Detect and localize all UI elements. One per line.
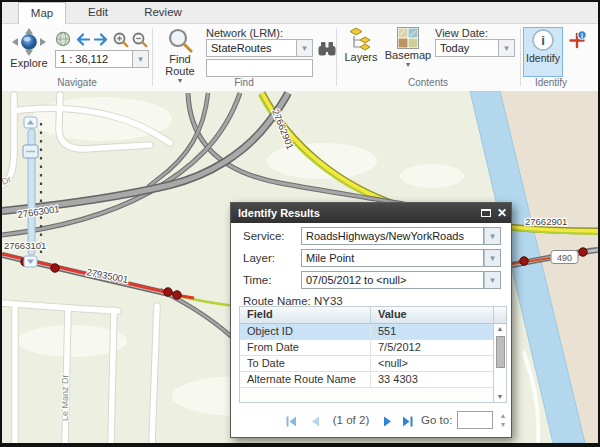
time-combobox[interactable]: 07/05/2012 to <null> ▾: [301, 271, 501, 289]
previous-page-icon[interactable]: [309, 415, 322, 428]
dialog-title-bar[interactable]: Identify Results ✕: [231, 203, 511, 223]
ribbon: Map Edit Review Navigate Find Contents I…: [2, 2, 598, 91]
service-dropdown-icon[interactable]: ▾: [484, 227, 501, 245]
svg-text:Le Manz Dr: Le Manz Dr: [60, 374, 70, 421]
field-column-header[interactable]: Field: [240, 307, 370, 323]
table-empty-area: [240, 388, 493, 402]
view-date-label: View Date:: [435, 27, 488, 39]
find-route-caret-icon: ▾: [178, 77, 182, 85]
network-lrm-label: Network (LRM):: [206, 27, 283, 39]
scroll-down-icon[interactable]: ▼: [497, 392, 504, 402]
zoom-in-icon[interactable]: [112, 31, 129, 48]
table-scrollbar[interactable]: ▲ ▼: [493, 307, 506, 402]
identify-button[interactable]: i Identify: [523, 27, 563, 77]
goto-spinner[interactable]: ▴ ▾: [497, 411, 509, 429]
next-extent-arrow-icon[interactable]: [93, 32, 110, 47]
network-lrm-value: StateRoutes: [206, 39, 297, 57]
attributes-table: Field Value Object ID 551 From Date 7/5/…: [239, 306, 507, 403]
group-label-identify: Identify: [520, 77, 582, 88]
app-window: Map Edit Review Navigate Find Contents I…: [0, 0, 600, 447]
identify-route-location-icon[interactable]: i: [567, 30, 587, 50]
spinner-up-icon[interactable]: ▴: [497, 411, 509, 420]
tab-review[interactable]: Review: [130, 2, 196, 24]
layer-label: Layer:: [243, 249, 275, 267]
map-scale-dropdown-icon[interactable]: ▾: [133, 50, 149, 68]
view-date-value: Today: [435, 39, 499, 57]
spinner-down-icon[interactable]: ▾: [497, 420, 509, 429]
field-cell: From Date: [240, 340, 370, 355]
tab-map[interactable]: Map: [18, 2, 66, 24]
identify-results-dialog: Identify Results ✕ Service: RoadsHighway…: [230, 202, 512, 438]
basemap-button[interactable]: Basemap ▾: [385, 27, 431, 89]
identify-info-icon: i: [531, 28, 555, 52]
layers-label: Layers: [344, 52, 377, 63]
network-lrm-combobox[interactable]: StateRoutes ▾: [206, 39, 313, 57]
svg-text:27662901: 27662901: [525, 216, 567, 227]
time-dropdown-icon[interactable]: ▾: [484, 271, 501, 289]
table-row[interactable]: Alternate Route Name 33 4303: [240, 372, 493, 388]
table-row[interactable]: From Date 7/5/2012: [240, 340, 493, 356]
find-route-magnifier-icon: [167, 27, 193, 53]
previous-extent-arrow-icon[interactable]: [74, 32, 91, 47]
next-page-icon[interactable]: [381, 415, 394, 428]
ribbon-tabstrip: Map Edit Review: [2, 2, 598, 24]
svg-text:490: 490: [557, 253, 572, 263]
service-combobox[interactable]: RoadsHighways/NewYorkRoads ▾: [301, 227, 501, 245]
value-cell: 7/5/2012: [370, 340, 493, 355]
time-label: Time:: [243, 271, 271, 289]
route-shield-490: 490: [551, 251, 578, 264]
time-value: 07/05/2012 to <null>: [301, 271, 484, 289]
table-row[interactable]: To Date <null>: [240, 356, 493, 372]
scroll-up-icon[interactable]: ▲: [497, 324, 504, 334]
layers-button[interactable]: Layers: [341, 27, 381, 77]
value-cell: 551: [370, 324, 493, 339]
find-route-label-1: Find: [169, 54, 190, 65]
identify-label: Identify: [526, 53, 560, 64]
explore-button[interactable]: Explore: [6, 27, 52, 77]
route-search-input[interactable]: [206, 59, 313, 77]
layer-combobox[interactable]: Mile Point ▾: [301, 249, 501, 267]
scrollbar-header-cap: [494, 307, 506, 324]
maximize-icon[interactable]: [481, 209, 491, 217]
svg-text:i: i: [541, 33, 545, 48]
explore-label: Explore: [10, 58, 47, 69]
layer-value: Mile Point: [301, 249, 484, 267]
scrollbar-thumb[interactable]: [496, 336, 505, 368]
layers-tree-icon: [349, 27, 373, 51]
full-extent-globe-icon[interactable]: [55, 31, 71, 47]
svg-text:i: i: [581, 32, 583, 39]
value-cell: <null>: [370, 356, 493, 371]
group-label-navigate: Navigate: [2, 77, 152, 88]
basemap-caret-icon: ▾: [406, 61, 410, 69]
goto-label: Go to:: [421, 414, 452, 426]
last-page-icon[interactable]: [401, 415, 414, 428]
view-date-combobox[interactable]: Today ▾: [435, 39, 515, 57]
view-date-dropdown-icon[interactable]: ▾: [499, 39, 515, 57]
table-row[interactable]: Object ID 551: [240, 324, 493, 340]
field-cell: To Date: [240, 356, 370, 371]
zoom-out-icon[interactable]: [131, 31, 148, 48]
value-cell: 33 4303: [370, 372, 493, 387]
goto-page-input[interactable]: [457, 411, 493, 429]
dialog-title: Identify Results: [238, 207, 320, 219]
map-scale-combobox[interactable]: 1 : 36,112 ▾: [55, 50, 149, 68]
explore-compass-icon: [9, 27, 49, 57]
table-header-row: Field Value: [240, 307, 493, 324]
field-cell: Object ID: [240, 324, 370, 339]
find-route-button[interactable]: Find Route ▾: [159, 27, 201, 89]
value-column-header[interactable]: Value: [370, 307, 493, 323]
svg-text:27663101: 27663101: [4, 240, 46, 251]
map-scale-value: 1 : 36,112: [55, 50, 133, 68]
service-label: Service:: [243, 227, 285, 245]
close-icon[interactable]: ✕: [497, 203, 507, 223]
binoculars-search-icon[interactable]: [317, 41, 337, 57]
first-page-icon[interactable]: [285, 415, 298, 428]
network-lrm-dropdown-icon[interactable]: ▾: [297, 39, 313, 57]
layer-dropdown-icon[interactable]: ▾: [484, 249, 501, 267]
service-value: RoadsHighways/NewYorkRoads: [301, 227, 484, 245]
tab-edit[interactable]: Edit: [66, 2, 130, 24]
page-indicator: (1 of 2): [325, 414, 377, 426]
pagination-bar: (1 of 2) Go to: ▴ ▾: [231, 409, 511, 435]
basemap-tiles-icon: [397, 27, 419, 49]
field-cell: Alternate Route Name: [240, 372, 370, 387]
